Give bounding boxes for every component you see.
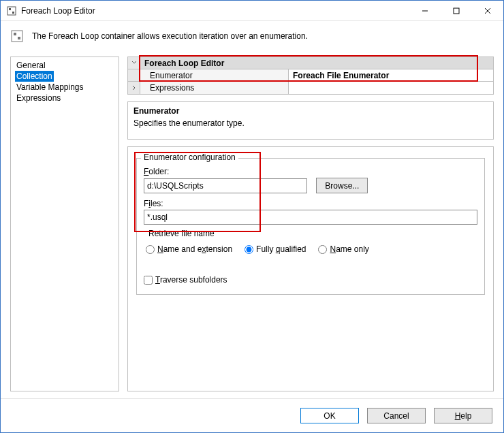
header-description: The Foreach Loop container allows execut…: [32, 31, 308, 41]
svg-rect-7: [12, 31, 22, 42]
property-grid-section-header[interactable]: Foreach Loop Editor: [128, 57, 493, 69]
ok-button[interactable]: OK: [300, 408, 359, 423]
foreach-loop-icon: [6, 5, 17, 16]
dialog-window: Foreach Loop Editor The Foreach Loop con…: [0, 0, 504, 433]
svg-rect-0: [7, 7, 16, 15]
property-grid: Foreach Loop Editor Enumerator Foreach F…: [127, 57, 494, 95]
enumerator-config-legend: Enumerator configuration: [141, 153, 238, 162]
header-strip: The Foreach Loop container allows execut…: [1, 21, 503, 51]
property-row-spacer: [128, 69, 140, 81]
property-row-enumerator[interactable]: Enumerator Foreach File Enumerator: [128, 69, 493, 82]
enumerator-config-fieldset: Enumerator configuration Folder: Browse.…: [136, 158, 485, 295]
nav-item-variable-mappings[interactable]: Variable Mappings: [15, 82, 114, 93]
radio-name-only-input[interactable]: [318, 245, 327, 254]
property-description-title: Enumerator: [133, 106, 488, 116]
dialog-footer: OK Cancel Help: [1, 398, 503, 432]
retrieve-filename-radios: Name and extension Fully qualified Name …: [146, 244, 475, 254]
radio-name-and-extension[interactable]: Name and extension: [146, 244, 232, 254]
property-label-expressions: Expressions: [140, 82, 289, 94]
help-button[interactable]: Help: [434, 408, 492, 423]
svg-rect-1: [9, 8, 11, 10]
property-description-body: Specifies the enumerator type.: [133, 118, 488, 128]
folder-input[interactable]: [144, 178, 307, 193]
files-input[interactable]: [144, 210, 477, 225]
window-title: Foreach Loop Editor: [21, 6, 409, 16]
expand-icon[interactable]: [128, 82, 140, 94]
nav-panel: General Collection Variable Mappings Exp…: [10, 57, 119, 391]
close-button[interactable]: [472, 1, 503, 21]
property-value-enumerator[interactable]: Foreach File Enumerator: [289, 69, 493, 81]
radio-fully-qualified[interactable]: Fully qualified: [245, 244, 306, 254]
radio-name-only[interactable]: Name only: [318, 244, 368, 254]
titlebar: Foreach Loop Editor: [1, 1, 503, 21]
cancel-button[interactable]: Cancel: [367, 408, 426, 423]
folder-label-text: older:: [148, 167, 169, 176]
svg-rect-4: [454, 8, 459, 14]
files-label: Files:: [144, 199, 477, 208]
radio-fully-qualified-input[interactable]: [245, 245, 253, 254]
foreach-loop-large-icon: [10, 29, 24, 43]
traverse-subfolders-input[interactable]: [144, 276, 153, 285]
minimize-button[interactable]: [409, 1, 441, 21]
property-label-enumerator: Enumerator: [140, 69, 289, 81]
property-section-title: Foreach Loop Editor: [140, 57, 493, 69]
traverse-subfolders-checkbox[interactable]: Traverse subfolders: [144, 275, 227, 285]
nav-item-expressions[interactable]: Expressions: [15, 93, 114, 103]
nav-item-general[interactable]: General: [15, 60, 114, 71]
collapse-icon[interactable]: [128, 57, 140, 69]
retrieve-filename-legend: Retrieve file name: [146, 229, 217, 238]
browse-button[interactable]: Browse...: [316, 178, 368, 193]
folder-label: Folder:: [144, 167, 477, 176]
radio-name-and-extension-input[interactable]: [146, 245, 155, 254]
maximize-button[interactable]: [441, 1, 472, 21]
property-description-panel: Enumerator Specifies the enumerator type…: [127, 101, 494, 140]
svg-rect-2: [12, 12, 14, 14]
property-row-expressions[interactable]: Expressions: [128, 82, 493, 94]
nav-item-collection[interactable]: Collection: [15, 71, 54, 82]
enumerator-config-panel: Enumerator configuration Folder: Browse.…: [127, 146, 494, 391]
svg-rect-9: [18, 37, 20, 39]
property-value-expressions[interactable]: [289, 82, 493, 94]
svg-rect-8: [14, 33, 16, 35]
